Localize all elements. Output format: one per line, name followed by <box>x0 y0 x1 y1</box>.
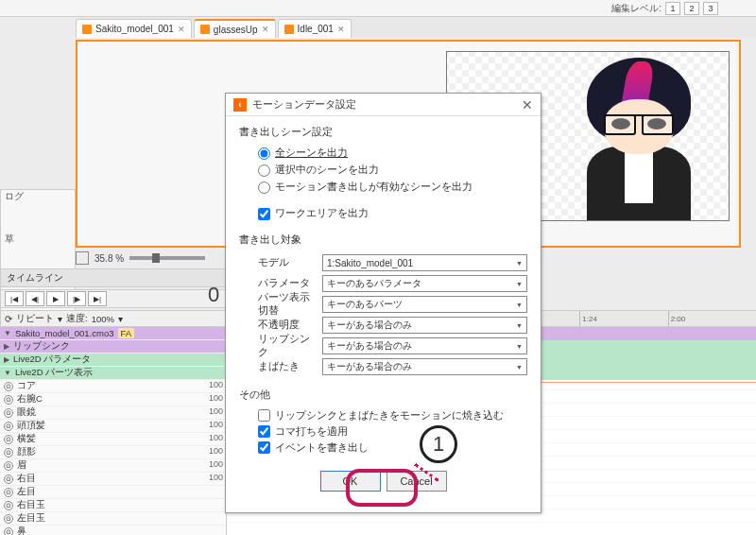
track-tag: FA <box>118 328 135 338</box>
edit-level-label: 編集レベル: <box>611 2 662 15</box>
panel-row: ログ <box>1 190 75 204</box>
dialog-button-row: OK Cancel <box>239 465 527 503</box>
zoom-bar: 35.8 % <box>76 250 205 267</box>
edit-level-bar: 編集レベル: 1 2 3 <box>0 0 756 17</box>
close-icon[interactable]: ✕ <box>178 25 185 34</box>
track-item[interactable]: ⊙鼻 <box>0 526 226 535</box>
skip-end-button[interactable]: ▶| <box>88 291 107 306</box>
track-item[interactable]: ⊙右目玉 <box>0 499 226 512</box>
document-tab-bar: Sakito_model_001 ✕ glassesUp ✕ Idle_001 … <box>76 17 756 38</box>
file-icon <box>200 25 210 34</box>
bake-checkbox[interactable]: リップシンクとまばたきをモーションに焼き込む <box>258 407 527 423</box>
tab-sakito-model[interactable]: Sakito_model_001 ✕ <box>76 19 192 38</box>
play-button[interactable]: ▶ <box>46 291 65 306</box>
track-label: Sakito_model_001.cmo3 <box>15 328 114 338</box>
radio-valid-scenes[interactable]: モーション書き出しが有効なシーンを出力 <box>258 179 527 196</box>
field-label-parts: パーツ表示切替 <box>239 291 315 318</box>
track-group[interactable]: ▶リップシンク <box>0 340 226 354</box>
parts-select[interactable]: キーのあるパーツ <box>322 296 527 313</box>
expand-icon[interactable]: ▼ <box>4 329 11 337</box>
workarea-checkbox[interactable]: ワークエリアを出力 <box>258 205 527 222</box>
dropdown-icon[interactable]: ▾ <box>58 314 62 324</box>
speed-label: 速度: <box>66 313 88 325</box>
track-group[interactable]: ▼Live2D パーツ表示 <box>0 367 226 380</box>
value-column: 100100 100100 100100 100100 <box>193 380 227 486</box>
ruler-tick: 1:24 <box>579 311 667 326</box>
ok-button[interactable]: OK <box>320 471 381 492</box>
param-select[interactable]: キーのあるパラメータ <box>322 275 527 292</box>
field-label-param: パラメータ <box>239 277 315 290</box>
motion-data-settings-dialog: ‹ モーションデータ設定 ✕ 書き出しシーン設定 全シーンを出力 選択中のシーン… <box>225 93 541 513</box>
field-label-blink: まばたき <box>239 360 315 373</box>
file-icon <box>284 25 294 34</box>
event-checkbox[interactable]: イベントを書き出し <box>258 440 527 456</box>
repeat-label[interactable]: リピート <box>16 313 54 325</box>
section-target-title: 書き出し対象 <box>239 233 527 247</box>
model-select[interactable]: 1:Sakito_model_001 <box>322 254 527 271</box>
track-group[interactable]: ▶Live2D パラメータ <box>0 354 226 367</box>
ruler-tick: 2:00 <box>668 311 756 326</box>
section-other-title: その他 <box>239 388 527 402</box>
speed-value[interactable]: 100% <box>92 314 114 324</box>
app-logo-icon: ‹ <box>233 98 247 112</box>
field-label-lipsync: リップシンク <box>239 333 315 359</box>
loop-icon[interactable]: ⟳ <box>5 314 12 324</box>
skip-start-button[interactable]: |◀ <box>5 291 24 306</box>
close-icon[interactable]: ✕ <box>522 97 533 112</box>
file-icon <box>82 25 92 34</box>
dropdown-icon[interactable]: ▾ <box>118 314 123 324</box>
transport-controls: |◀ ◀| ▶ |▶ ▶| <box>0 289 227 308</box>
zoom-percent: 35.8 % <box>94 253 124 264</box>
dialog-title: モーションデータ設定 <box>252 97 516 112</box>
frame-checkbox[interactable]: コマ打ちを適用 <box>258 423 527 440</box>
close-icon[interactable]: ✕ <box>262 25 269 34</box>
zoom-slider[interactable] <box>129 256 205 260</box>
track-root[interactable]: ▼ Sakito_model_001.cmo3 FA <box>0 327 226 340</box>
blink-select[interactable]: キーがある場合のみ <box>322 358 527 375</box>
step-fwd-button[interactable]: |▶ <box>67 291 86 306</box>
level-2-button[interactable]: 2 <box>684 2 699 15</box>
frame-number: 0 <box>208 283 219 307</box>
field-label-opacity: 不透明度 <box>239 319 315 332</box>
dialog-titlebar[interactable]: ‹ モーションデータ設定 ✕ <box>226 94 541 116</box>
playback-options: ⟳ リピート ▾ 速度: 100% ▾ <box>0 310 227 327</box>
track-item[interactable]: ⊙左目 <box>0 486 226 499</box>
tab-idle[interactable]: Idle_001 ✕ <box>278 19 352 38</box>
track-item[interactable]: ⊙左目玉 <box>0 512 226 526</box>
tab-label: Idle_001 <box>298 24 334 34</box>
radio-selected-scene[interactable]: 選択中のシーンを出力 <box>258 162 527 179</box>
close-icon[interactable]: ✕ <box>337 25 345 34</box>
level-3-button[interactable]: 3 <box>703 2 718 15</box>
scene-radio-group: 全シーンを出力 選択中のシーンを出力 モーション書き出しが有効なシーンを出力 <box>239 145 527 196</box>
step-back-button[interactable]: ◀| <box>26 291 44 306</box>
timeline-panel-title: タイムライン <box>0 268 227 287</box>
panel-row: 草 <box>1 233 75 247</box>
cancel-button[interactable]: Cancel <box>387 471 447 492</box>
tab-label: glassesUp <box>214 25 258 35</box>
field-label-model: モデル <box>239 256 315 269</box>
tab-glassesup[interactable]: glassesUp ✕ <box>194 19 276 38</box>
level-1-button[interactable]: 1 <box>665 2 680 15</box>
grid-icon[interactable] <box>76 251 89 265</box>
tab-label: Sakito_model_001 <box>95 24 174 34</box>
section-scene-title: 書き出しシーン設定 <box>239 126 527 139</box>
avatar <box>558 52 719 221</box>
timeline-label: タイムライン <box>7 271 63 285</box>
lipsync-select[interactable]: キーがある場合のみ <box>322 337 527 354</box>
radio-all-scenes[interactable]: 全シーンを出力 <box>258 145 527 162</box>
opacity-select[interactable]: キーがある場合のみ <box>322 317 527 334</box>
